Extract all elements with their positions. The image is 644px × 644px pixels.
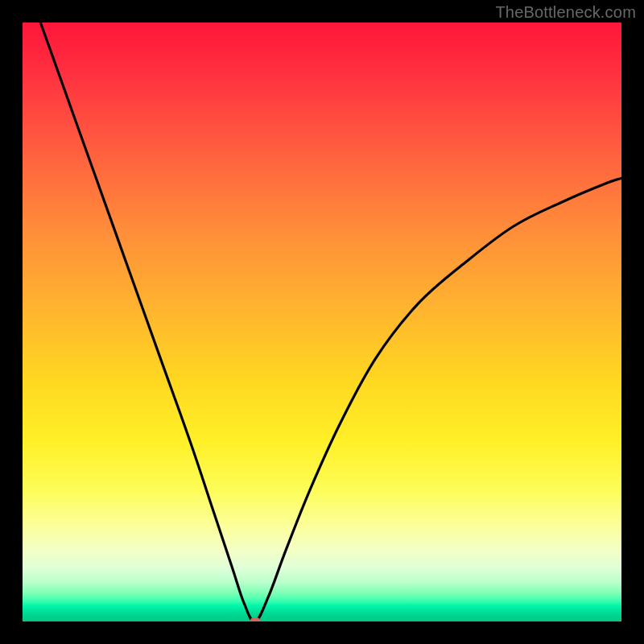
bottleneck-curve [23, 23, 621, 621]
watermark-text: TheBottleneck.com [495, 3, 636, 22]
optimal-marker [250, 617, 260, 621]
chart-frame: TheBottleneck.com [0, 0, 644, 644]
plot-area [23, 23, 621, 621]
